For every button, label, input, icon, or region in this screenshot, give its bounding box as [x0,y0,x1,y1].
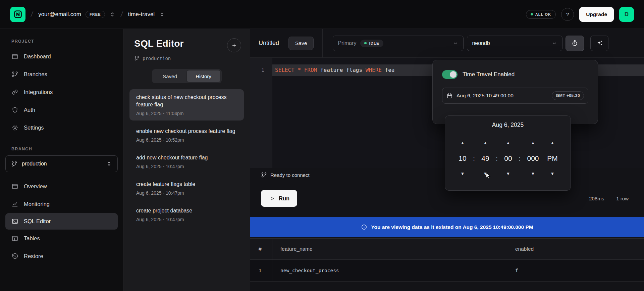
time-travel-button[interactable] [566,36,584,51]
sidebar-item-sql-editor[interactable]: SQL Editor [5,213,118,230]
sql-editor-panel: SQL Editor production Saved History chec… [123,29,250,291]
milliseconds-spinner: ▲ 000 ▼ [524,141,542,176]
account-email: your@email.com [38,11,81,18]
milliseconds-decrement-button[interactable]: ▼ [531,172,535,176]
account-menu[interactable]: your@email.com FREE [38,11,115,18]
sidebar-item-label: Tables [24,235,40,242]
query-row-count: 1 row [616,196,629,201]
meridiem-decrement-button[interactable]: ▼ [550,172,555,176]
sql-keyword: SELECT [275,67,294,73]
compute-status-label: IDLE [369,41,379,45]
milliseconds-increment-button[interactable]: ▲ [531,141,535,145]
integrations-icon [11,89,18,96]
new-query-button[interactable] [227,38,241,52]
sql-keyword: FROM [304,67,317,73]
dashboard-icon [11,53,18,60]
play-icon [269,195,275,202]
sidebar-item-monitoring[interactable]: Monitoring [0,195,123,213]
calendar-icon [446,93,453,99]
overview-icon [11,183,18,190]
line-number: 1 [250,64,272,76]
datetime-input[interactable]: Aug 6, 2025 10:49:00.00 GMT +05:30 [442,88,588,104]
sidebar-item-integrations[interactable]: Integrations [0,83,123,101]
history-item-timestamp: Aug 6, 2025 - 10:47pm [136,217,237,222]
info-icon [361,224,367,230]
sidebar-item-label: Overview [24,183,47,190]
seconds-increment-button[interactable]: ▲ [506,141,511,145]
seconds-spinner: ▲ 00 ▼ [501,141,516,176]
upgrade-button[interactable]: Upgrade [579,7,614,22]
meridiem-increment-button[interactable]: ▲ [550,141,555,145]
cell-enabled: f [507,260,644,281]
sidebar-item-label: Monitoring [24,201,50,207]
history-item-title: check status of new checkout process fea… [136,94,237,108]
sidebar-item-restore[interactable]: Restore [0,247,123,265]
editor-toolbar: Untitled Save Primary IDLE neondb [250,29,644,58]
panel-branch-label: production [123,52,250,61]
cell-feature-name: new_checkout_process [272,260,507,281]
hours-increment-button[interactable]: ▲ [461,141,465,145]
sidebar-item-overview[interactable]: Overview [0,178,123,195]
toggle-knob [450,71,457,78]
sidebar: PROJECT Dashboard Branches Integrations … [0,29,123,291]
chevron-updown-icon [106,161,112,167]
table-icon [11,235,18,242]
status-badge[interactable]: ALL OK [526,10,556,19]
history-item[interactable]: create project database Aug 6, 2025 - 10… [129,203,244,227]
branch-icon [261,172,267,178]
project-menu[interactable]: time-travel [128,11,165,18]
history-item[interactable]: enable new checkout process feature flag… [129,123,244,147]
sidebar-item-tables[interactable]: Tables [0,230,123,247]
time-travel-banner: You are viewing data as it existed on Au… [250,217,644,237]
sql-text: fea [382,67,395,73]
history-item[interactable]: add new checkout feature flag Aug 6, 202… [129,150,244,174]
datetime-value: Aug 6, 2025 10:49:00.00 [457,93,548,99]
branch-icon [134,56,140,61]
column-header-feature-name: feature_name [272,239,507,259]
time-travel-toggle[interactable] [442,70,458,79]
database-select[interactable]: neondb [467,36,562,51]
compute-select[interactable]: Primary IDLE [333,36,464,51]
sql-keyword: WHERE [366,67,382,73]
query-tab-title[interactable]: Untitled [259,40,279,47]
colon-separator: : [519,154,521,163]
history-item[interactable]: check status of new checkout process fea… [129,89,244,120]
sidebar-item-dashboard[interactable]: Dashboard [0,48,123,65]
history-item[interactable]: create feature flags table Aug 6, 2025 -… [129,176,244,200]
help-button[interactable]: ? [561,8,574,21]
top-bar: / your@email.com FREE / time-travel ALL … [0,0,644,29]
panel-branch-name: production [143,56,171,61]
colon-separator: : [496,154,498,163]
column-header-index: # [250,239,272,259]
timezone-badge: GMT +05:30 [552,91,584,100]
minutes-increment-button[interactable]: ▲ [483,141,488,145]
tab-saved[interactable]: Saved [153,70,187,82]
sidebar-item-branches[interactable]: Branches [0,65,123,83]
branches-icon [11,71,18,78]
branch-selector[interactable]: production [5,155,118,172]
seconds-value: 00 [504,154,512,163]
status-badge-label: ALL OK [535,12,551,16]
sidebar-item-auth[interactable]: Auth [0,101,123,119]
neon-logo[interactable] [10,7,25,22]
results-header: # feature_name enabled [250,238,644,260]
banner-text: You are viewing data as it existed on Au… [371,224,533,230]
query-stats: 208ms 1 row [589,190,629,207]
history-item-title: enable new checkout process feature flag [136,128,237,135]
database-name: neondb [472,40,490,46]
connection-status-text: Ready to connect [270,172,310,178]
branch-selector-value: production [22,161,47,167]
sidebar-item-settings[interactable]: Settings [0,119,123,137]
colon-separator: : [473,154,475,163]
seconds-decrement-button[interactable]: ▼ [506,172,511,176]
save-button[interactable]: Save [288,37,314,50]
run-button[interactable]: Run [261,190,297,207]
meridiem-value: PM [547,154,558,163]
ai-assist-button[interactable] [590,36,608,51]
hours-spinner: ▲ 10 ▼ [455,141,470,176]
hours-decrement-button[interactable]: ▼ [461,172,465,176]
avatar[interactable]: D [619,7,634,22]
neon-console: / your@email.com FREE / time-travel ALL … [0,0,644,291]
tab-history[interactable]: History [187,70,220,82]
project-section-label: PROJECT [11,39,112,44]
